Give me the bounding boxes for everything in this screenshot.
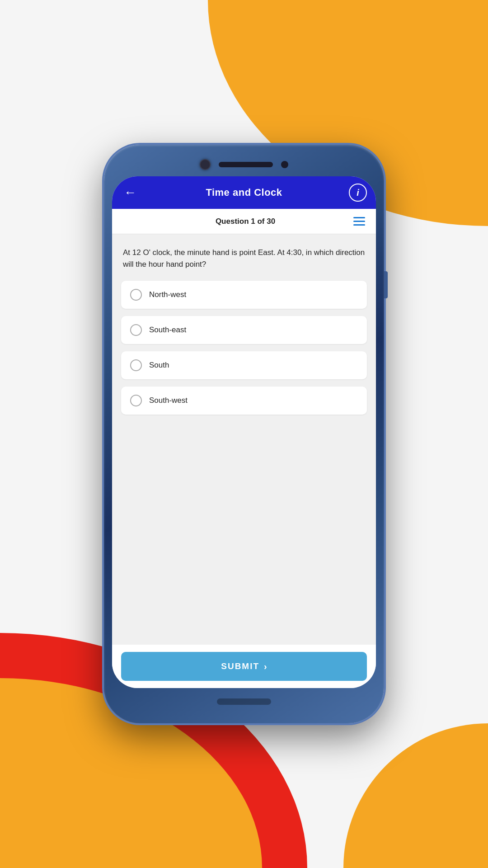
submit-arrow-icon: ›: [264, 661, 267, 672]
option-d-radio[interactable]: [130, 395, 142, 406]
phone-body: ← Time and Clock i Question 1 of 30: [104, 145, 384, 723]
info-button[interactable]: i: [349, 184, 367, 202]
content-area: At 12 O' clock, the minute hand is point…: [112, 234, 376, 645]
app-title: Time and Clock: [139, 187, 349, 198]
submit-label: SUBMIT: [221, 661, 259, 671]
question-text: At 12 O' clock, the minute hand is point…: [121, 247, 367, 271]
option-c-radio[interactable]: [130, 359, 142, 371]
menu-line-1: [353, 217, 365, 218]
option-d-label: South-west: [149, 396, 188, 405]
phone-top-bar: [112, 153, 376, 176]
menu-line-2: [353, 221, 365, 222]
menu-button[interactable]: [352, 215, 367, 227]
camera-lens: [200, 159, 211, 170]
side-button: [384, 271, 388, 298]
phone-screen: ← Time and Clock i Question 1 of 30: [112, 176, 376, 688]
question-header: Question 1 of 30: [112, 209, 376, 234]
home-indicator: [217, 698, 271, 705]
submit-button[interactable]: SUBMIT ›: [121, 652, 367, 681]
option-a-card[interactable]: North-west: [121, 281, 367, 309]
back-arrow-icon: ←: [124, 186, 136, 199]
menu-line-3: [353, 224, 365, 226]
option-c-card[interactable]: South: [121, 351, 367, 379]
info-icon: i: [357, 188, 359, 198]
option-a-label: North-west: [149, 290, 186, 299]
option-c-label: South: [149, 361, 169, 370]
back-button[interactable]: ←: [121, 184, 139, 202]
app-bar: ← Time and Clock i: [112, 176, 376, 209]
question-counter: Question 1 of 30: [139, 217, 352, 226]
sensor: [281, 161, 288, 168]
option-b-label: South-east: [149, 326, 186, 335]
phone-bottom: [112, 688, 376, 715]
option-b-radio[interactable]: [130, 324, 142, 336]
speaker: [219, 162, 273, 167]
phone-mockup: ← Time and Clock i Question 1 of 30: [104, 145, 384, 723]
option-a-radio[interactable]: [130, 289, 142, 301]
bg-bottom-right-decoration: [343, 723, 488, 868]
submit-area: SUBMIT ›: [112, 645, 376, 688]
option-d-card[interactable]: South-west: [121, 387, 367, 415]
option-b-card[interactable]: South-east: [121, 316, 367, 344]
